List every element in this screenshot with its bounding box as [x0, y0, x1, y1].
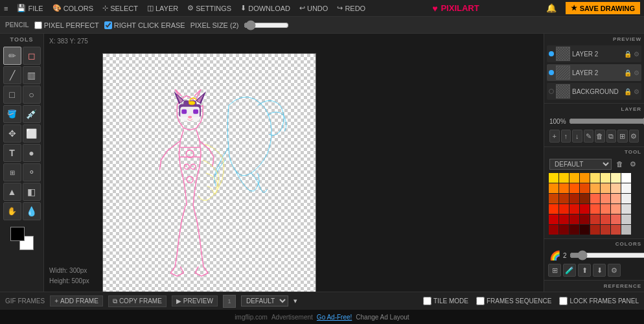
- colors-slider[interactable]: [569, 250, 644, 260]
- pixel-size-slider[interactable]: [244, 20, 289, 30]
- move-tool[interactable]: ✥: [3, 124, 21, 143]
- merge-layer-btn[interactable]: ⊞: [617, 130, 628, 143]
- color-swatch-12[interactable]: [590, 183, 600, 193]
- colors-add-btn[interactable]: 🧪: [563, 264, 576, 277]
- canvas-area[interactable]: X: 383 Y: 275: [44, 34, 544, 292]
- tile-mode-label[interactable]: TILE MODE: [423, 297, 468, 305]
- right-click-erase-label[interactable]: RIGHT CLICK ERASE: [104, 21, 185, 29]
- color-swatch-11[interactable]: [580, 183, 590, 193]
- frames-sequence-label[interactable]: FRAMES SEQUENCE: [476, 297, 552, 305]
- color-swatch-14[interactable]: [611, 183, 621, 193]
- rainbow-icon[interactable]: 🌈: [549, 250, 560, 260]
- layer2-settings-icon[interactable]: ⚙: [634, 69, 639, 76]
- color-swatch-16[interactable]: [549, 194, 558, 203]
- color-swatch-37[interactable]: [601, 214, 610, 224]
- settings-menu[interactable]: ⚙ SETTINGS: [187, 4, 231, 12]
- dropper2-tool[interactable]: 💧: [23, 202, 41, 220]
- fg-color-square[interactable]: [10, 227, 25, 241]
- eraser-tool[interactable]: ◻: [23, 47, 41, 65]
- color-swatch-46[interactable]: [611, 225, 621, 235]
- right-click-erase-checkbox[interactable]: [104, 21, 112, 29]
- frame-speed-select[interactable]: DEFAULT: [241, 295, 288, 307]
- color-swatch-44[interactable]: [590, 225, 600, 235]
- fill-tool[interactable]: ▥: [23, 66, 41, 84]
- layer3-settings-icon[interactable]: ⚙: [634, 88, 639, 95]
- color-swatch-36[interactable]: [590, 214, 600, 224]
- color-swatch-34[interactable]: [569, 214, 579, 224]
- color-swatch-19[interactable]: [580, 194, 590, 203]
- copy-frame-btn[interactable]: ⧉ COPY FRAME: [108, 295, 167, 307]
- colors-grid-btn[interactable]: ⊞: [548, 264, 561, 277]
- color-swatch-41[interactable]: [559, 225, 569, 235]
- select-menu[interactable]: ⊹ SELECT: [102, 4, 138, 12]
- frame-thumb-1[interactable]: 1: [223, 295, 236, 308]
- color-swatch-23[interactable]: [621, 194, 631, 203]
- lock-frames-label[interactable]: LOCK FRAMES PANEL: [559, 297, 639, 305]
- color-swatch-2[interactable]: [569, 173, 579, 183]
- color-swatch-18[interactable]: [569, 194, 579, 203]
- color-swatch-29[interactable]: [601, 204, 610, 214]
- frames-sequence-checkbox[interactable]: [476, 297, 485, 305]
- lock-frames-checkbox[interactable]: [559, 297, 568, 305]
- color-swatch-10[interactable]: [569, 183, 579, 193]
- color-swatch-22[interactable]: [611, 194, 621, 203]
- color-swatch-7[interactable]: [621, 173, 631, 183]
- color-swatch-39[interactable]: [621, 214, 631, 224]
- save-file-menu[interactable]: 💾 FILE: [17, 4, 43, 12]
- layer-options-btn[interactable]: ⚙: [629, 130, 639, 143]
- color-swatch-38[interactable]: [611, 214, 621, 224]
- layer3-lock-icon[interactable]: 🔒: [624, 88, 632, 95]
- colors-import-btn[interactable]: ⬆: [578, 264, 591, 277]
- add-frame-btn[interactable]: + ADD FRAME: [50, 295, 103, 307]
- select-tool[interactable]: ⬜: [23, 124, 41, 143]
- delete-layer-btn[interactable]: 🗑: [595, 130, 605, 143]
- color-swatch-28[interactable]: [590, 204, 600, 214]
- palette-select[interactable]: DEFAULT: [549, 159, 612, 170]
- line-tool[interactable]: ╱: [3, 66, 21, 84]
- eyedropper-tool[interactable]: 💉: [23, 105, 41, 123]
- change-layout-link[interactable]: Change Ad Layout: [356, 314, 409, 321]
- go-ad-free-link[interactable]: Go Ad-Free!: [317, 314, 352, 321]
- color-swatch-33[interactable]: [559, 214, 569, 224]
- color-swatch-6[interactable]: [611, 173, 621, 183]
- layer-menu[interactable]: ◫ LAYER: [147, 4, 178, 12]
- smudge-tool[interactable]: ●: [23, 144, 41, 162]
- color-swatch-31[interactable]: [621, 204, 631, 214]
- hamburger-menu[interactable]: ≡: [4, 5, 8, 12]
- color-swatch-17[interactable]: [559, 194, 569, 203]
- pixel-perfect-label[interactable]: PIXEL PERFECT: [34, 21, 99, 29]
- preview-btn[interactable]: ▶ PREVIEW: [172, 295, 218, 307]
- add-layer-btn[interactable]: +: [549, 130, 560, 143]
- color-swatch-47[interactable]: [621, 225, 631, 235]
- notification-icon[interactable]: 🔔: [546, 3, 557, 13]
- color-swatch-8[interactable]: [549, 183, 558, 193]
- drawing-canvas[interactable]: [102, 53, 316, 292]
- copy-layer-btn[interactable]: ⧉: [606, 130, 617, 143]
- paint-tool[interactable]: 🪣: [3, 105, 21, 123]
- download-menu[interactable]: ⬇ DOWNLOAD: [240, 4, 290, 12]
- layer2-lock-icon[interactable]: 🔒: [624, 69, 632, 76]
- pixel-perfect-checkbox[interactable]: [34, 21, 42, 29]
- shapes-tool[interactable]: ▲: [3, 183, 21, 201]
- color-swatch-30[interactable]: [611, 204, 621, 214]
- color-swatch-0[interactable]: [549, 173, 558, 183]
- color-swatch-1[interactable]: [559, 173, 569, 183]
- color-swatch-5[interactable]: [601, 173, 610, 183]
- color-swatch-32[interactable]: [549, 214, 558, 224]
- color-swatch-21[interactable]: [601, 194, 610, 203]
- layer1-visibility[interactable]: [549, 51, 554, 56]
- dither-tool[interactable]: ⊞: [3, 163, 21, 181]
- color-swatch-24[interactable]: [549, 204, 558, 214]
- spray-tool[interactable]: ⚬: [23, 163, 41, 181]
- layer2-visibility[interactable]: [549, 70, 554, 75]
- layer1-settings-icon[interactable]: ⚙: [634, 51, 639, 58]
- color-swatch-4[interactable]: [590, 173, 600, 183]
- colors-export-btn[interactable]: ⬇: [593, 264, 606, 277]
- pan-tool[interactable]: ✋: [3, 202, 21, 220]
- ellipse-tool[interactable]: ○: [23, 86, 41, 104]
- color-swatch-45[interactable]: [601, 225, 610, 235]
- gradient-tool[interactable]: ◧: [23, 183, 41, 201]
- color-swatch-15[interactable]: [621, 183, 631, 193]
- layer-row-2[interactable]: LAYER 2 🔒 ⚙: [547, 64, 641, 81]
- layer-row-3[interactable]: BACKGROUND 🔒 ⚙: [547, 83, 641, 100]
